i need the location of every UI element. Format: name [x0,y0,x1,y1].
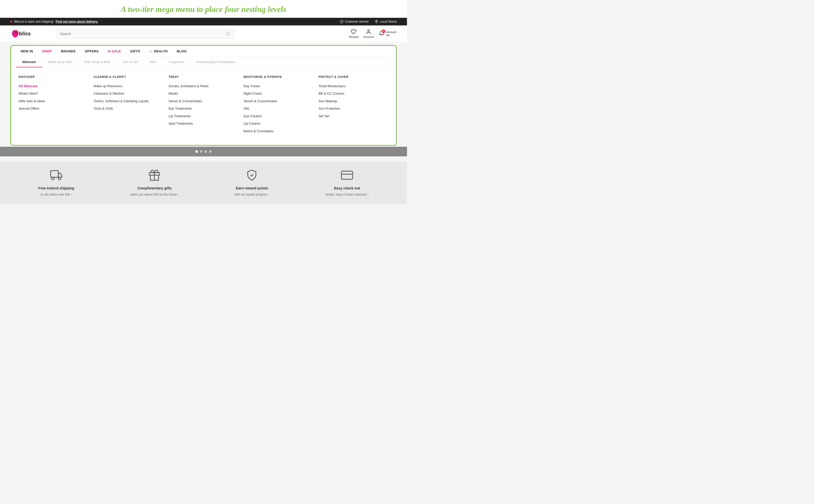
nav-shop[interactable]: SHOP [38,46,56,57]
notification-left: Bliss.ie is open and shipping! Find out … [10,20,98,23]
mega-col-cleanse: CLEANSE & CLARIFY Make up Removers Clean… [88,75,163,135]
mega-col-header-moisturise: MOISTURISE & HYDRATE [243,75,308,78]
loyalty-icon [246,169,258,184]
mega-link-serum-moist[interactable]: Serum & Concentrates [243,97,308,105]
mega-link-makeup-removers[interactable]: Make up Removers [94,82,158,90]
cart-button[interactable]: 0 Amount: 0€ [379,31,397,37]
features-bar: Free Ireland shipping on all orders over… [0,161,407,204]
nav-gifts[interactable]: GIFTS [125,46,145,57]
gifts-icon [148,169,160,184]
feature-gifts[interactable]: Complimentary gifts when you spend 50€ o… [130,169,178,196]
mega-link-cleansers[interactable]: Cleansers & Washes [94,90,158,97]
nav-blog[interactable]: BLOG [172,46,191,57]
header-icons: Wishlist Account 0 Amount: 0€ [349,29,397,38]
sub-nav-skincare[interactable]: Skincare [16,57,42,67]
mega-link-bb-cc[interactable]: BB & CC Creams [318,90,383,97]
sub-navigation: Skincare Make up & Nails Hair, Body & Ba… [11,57,396,68]
search-input[interactable] [60,32,226,36]
mega-menu-container: NEW IN SHOP BRANDS OFFERS % SALE GIFTS H… [10,45,397,146]
site-header: bliss Wishlist Account 0 Amount: 0€ [0,25,407,42]
mega-col-header-discover: DISCOVER [19,75,83,78]
local-stores-link[interactable]: Local Stores [375,20,397,23]
mega-col-treat: TREAT Scrubs, Exfoliators & Peels Masks … [163,75,239,135]
mega-link-oils[interactable]: Oils [243,105,308,112]
shipping-icon [50,169,62,184]
account-label: Account [363,35,374,38]
search-bar[interactable] [56,29,234,38]
mega-link-lip-creams[interactable]: Lip Creams [243,120,308,127]
shipping-sub: on all orders over 50€ › [40,193,72,196]
user-icon [366,29,371,35]
feature-shipping[interactable]: Free Ireland shipping on all orders over… [38,169,74,196]
dot-3[interactable] [204,150,207,153]
mega-col-moisturise: MOISTURISE & HYDRATE Day Cream Night Cre… [238,75,313,135]
mega-link-night-cream[interactable]: Night Cream [243,90,308,97]
mega-link-eye-creams[interactable]: Eye Creams [243,112,308,120]
notification-bar: Bliss.ie is open and shipping! Find out … [0,18,407,25]
mega-link-balms[interactable]: Balms & Concetates [243,127,308,135]
loyalty-title: Earn reward points [236,186,268,190]
cart-amount: Amount: 0€ [386,31,397,37]
mega-link-tined-moist[interactable]: Tined Moisturisers [318,82,383,90]
svg-text:bliss: bliss [19,31,31,36]
mega-col-header-protect: PROTECT & COVER [318,75,383,78]
sub-nav-hair[interactable]: Hair, Body & Bath [78,57,117,67]
customer-service-icon [340,20,343,23]
nav-health[interactable]: HEALTH [145,46,172,57]
svg-rect-11 [341,171,352,179]
svg-point-5 [367,30,369,32]
mega-link-toners[interactable]: Toners, Softeners & Clarifying Liquids [94,97,158,105]
feature-loyalty[interactable]: Earn reward points with our loyalty prog… [235,169,269,196]
mega-link-sun-protection[interactable]: Sun Protection [318,105,383,112]
svg-rect-6 [51,171,58,177]
mega-col-protect: PROTECT & COVER Tined Moisturisers BB & … [313,75,388,135]
mega-link-scrubs[interactable]: Scrubs, Exfoliators & Peels [169,82,233,90]
customer-service-link[interactable]: Customer service [340,20,368,23]
nav-new-in[interactable]: NEW IN [16,46,38,57]
checkout-sub: simple, easy & faster checkout › [325,193,369,196]
sub-nav-makeup[interactable]: Make up & Nails [42,57,78,67]
mega-link-sef-tan[interactable]: Sef Tan [318,112,383,120]
logo-area[interactable]: bliss [10,28,51,40]
main-navigation: NEW IN SHOP BRANDS OFFERS % SALE GIFTS H… [11,46,396,57]
mega-link-eye-treat[interactable]: Eye Treatments [169,105,233,112]
sub-nav-men[interactable]: Men [144,57,162,67]
mega-link-special-offers[interactable]: Special Offers [19,105,83,112]
gifts-sub: when you spend 50€ on the brand › [130,193,178,196]
dot-2[interactable] [200,150,202,153]
nav-offers[interactable]: OFFERS [80,46,103,57]
account-button[interactable]: Account [363,29,374,38]
svg-point-7 [52,177,54,180]
mega-link-tools[interactable]: Tools & Cloth [94,105,158,112]
mega-link-gifts-sets[interactable]: Gifts Sets & Ideas [19,97,83,105]
slider-dots [0,147,407,156]
nav-brands[interactable]: BRANDS [56,46,80,57]
svg-point-8 [58,177,61,180]
sub-nav-aroma[interactable]: Aromateaphy & Relaxation [190,57,242,67]
mega-link-day-cream[interactable]: Day Cream [243,82,308,90]
mega-link-whats-new[interactable]: What's New? [19,90,83,97]
mega-link-spot-treat[interactable]: Spot Treatments [169,120,233,127]
demo-title-bar: A two-tier mega menu to place four nesti… [0,0,407,18]
mega-link-lip-treat[interactable]: Lip Treatments [169,112,233,120]
dot-4[interactable] [209,150,212,153]
notification-link[interactable]: Find out more about delivery. [56,20,98,23]
dot-1[interactable] [195,150,198,153]
location-icon [375,20,378,23]
wishlist-button[interactable]: Wishlist [349,29,358,38]
mega-link-sun-makeup[interactable]: Sun Makeup [318,97,383,105]
mega-link-serum-treat[interactable]: Serum & Concentrates [169,97,233,105]
notification-dot [10,21,12,23]
sub-nav-fragrance[interactable]: Fragrance [163,57,190,67]
mega-link-masks[interactable]: Masks [169,90,233,97]
cart-icon-wrap: 0 [379,31,384,37]
loyalty-sub: with our loyalty program › [235,193,269,196]
sub-nav-sun[interactable]: Sun & Tan [116,57,144,67]
cart-badge: 0 [382,29,385,33]
feature-checkout[interactable]: Easy check out simple, easy & faster che… [325,169,369,196]
checkout-title: Easy check out [334,186,360,190]
mega-col-header-cleanse: CLEANSE & CLARIFY [94,75,158,78]
nav-sale[interactable]: % SALE [103,46,126,57]
mega-link-all-skincare[interactable]: All Skincare [19,82,83,90]
wishlist-label: Wishlist [349,35,358,38]
